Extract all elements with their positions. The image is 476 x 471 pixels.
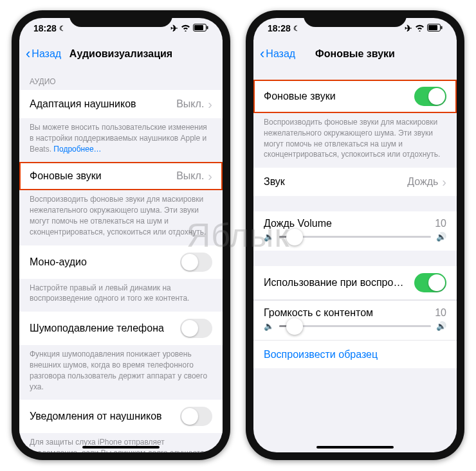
notch [304, 10, 407, 27]
airplane-icon: ✈ [405, 23, 412, 33]
toggle-notif[interactable] [180, 407, 212, 426]
home-indicator[interactable] [316, 446, 394, 449]
page-title: Фоновые звуки [315, 48, 395, 60]
play-sample-label: Воспроизвести образец [264, 349, 378, 360]
airplane-icon: ✈ [170, 23, 178, 33]
battery-icon [193, 23, 208, 33]
volume-label: Дождь Volume [264, 218, 332, 229]
cell-label: Уведомления от наушников [30, 411, 162, 422]
wifi-icon [181, 23, 190, 33]
learn-more-link[interactable]: Подробнее… [53, 145, 101, 154]
section-header-audio: АУДИО [19, 68, 223, 90]
cell-label: Моно-аудио [30, 256, 87, 268]
volume-value: 10 [435, 218, 446, 229]
content-vol-label: Громкость с контентом [264, 307, 373, 319]
notch [69, 10, 172, 27]
row-noise-cancellation[interactable]: Шумоподавление телефона [19, 312, 223, 345]
speaker-high-icon: 🔊 [436, 232, 446, 242]
nav-bar: ‹ Назад Фоновые звуки [253, 40, 457, 68]
row-mono-audio[interactable]: Моно-аудио [19, 245, 223, 279]
svg-rect-4 [428, 25, 437, 30]
chevron-left-icon: ‹ [260, 46, 264, 62]
footer-background: Воспроизводить фоновые звуки для маскиро… [19, 190, 223, 245]
row-headphone-adaptation[interactable]: Адаптация наушников Выкл. › [19, 90, 223, 118]
cell-label: Шумоподавление телефона [30, 323, 164, 334]
chevron-right-icon: › [442, 175, 446, 188]
toggle-noise[interactable] [180, 319, 212, 338]
cell-value: Выкл. [176, 98, 204, 110]
toggle-playback[interactable] [414, 273, 446, 292]
volume-slider[interactable] [279, 236, 431, 238]
back-button[interactable]: ‹ Назад [26, 46, 61, 62]
row-play-sample[interactable]: Воспроизвести образец [253, 340, 457, 368]
chevron-right-icon: › [208, 170, 212, 182]
back-label: Назад [32, 48, 61, 60]
row-use-when-playing[interactable]: Использование при воспроизве… [253, 266, 457, 300]
cell-label: Использование при воспроизве… [264, 277, 405, 289]
row-sound[interactable]: Звук Дождь › [253, 168, 457, 196]
back-button[interactable]: ‹ Назад [260, 46, 295, 62]
status-time: 18:28 [33, 23, 57, 33]
footer-notif: Для защиты слуха iPhone отправляет уведо… [19, 433, 223, 452]
cell-label: Адаптация наушников [30, 98, 136, 110]
content-vol-value: 10 [435, 307, 446, 319]
phone-right: 18:28 ☾ ✈ ‹ Назад [246, 10, 464, 460]
phone-left: 18:28 ☾ ✈ ‹ Назад [12, 10, 230, 460]
home-indicator[interactable] [82, 446, 160, 449]
row-content-volume: Громкость с контентом 10 🔈 🔊 [253, 300, 457, 340]
content-volume-slider[interactable] [279, 325, 431, 327]
toggle-mono[interactable] [180, 253, 212, 272]
row-headphone-notifications[interactable]: Уведомления от наушников [19, 400, 223, 433]
speaker-high-icon: 🔊 [436, 321, 446, 331]
battery-icon [427, 23, 443, 33]
svg-rect-2 [207, 26, 208, 30]
back-label: Назад [266, 48, 295, 60]
do-not-disturb-icon: ☾ [59, 24, 66, 33]
footer-noise: Функция шумоподавления понижает уровень … [19, 345, 223, 400]
page-title: Аудиовизуализация [69, 48, 172, 60]
row-volume: Дождь Volume 10 🔈 🔊 [253, 211, 457, 251]
nav-bar: ‹ Назад Аудиовизуализация [19, 40, 223, 68]
footer-bg: Воспроизводить фоновые звуки для маскиро… [253, 113, 457, 168]
cell-label: Фоновые звуки [30, 170, 102, 182]
cell-value: Дождь [407, 176, 438, 188]
svg-rect-5 [441, 26, 443, 30]
svg-rect-1 [194, 25, 203, 30]
wifi-icon [415, 23, 425, 33]
cell-label: Звук [264, 176, 285, 188]
do-not-disturb-icon: ☾ [293, 24, 300, 33]
footer-mono: Настройте правый и левый динамик на восп… [19, 279, 223, 312]
cell-value: Выкл. [176, 170, 204, 182]
row-background-sounds-toggle[interactable]: Фоновые звуки [253, 80, 457, 113]
speaker-low-icon: 🔈 [264, 321, 274, 331]
chevron-right-icon: › [208, 98, 212, 111]
cell-label: Фоновые звуки [264, 91, 336, 102]
toggle-background-sounds[interactable] [414, 87, 446, 106]
speaker-low-icon: 🔈 [264, 232, 274, 242]
row-background-sounds[interactable]: Фоновые звуки Выкл. › [19, 162, 223, 190]
footer-headphones: Вы можете вносить пользовательские измен… [19, 118, 223, 162]
status-time: 18:28 [268, 23, 291, 33]
chevron-left-icon: ‹ [26, 46, 30, 62]
